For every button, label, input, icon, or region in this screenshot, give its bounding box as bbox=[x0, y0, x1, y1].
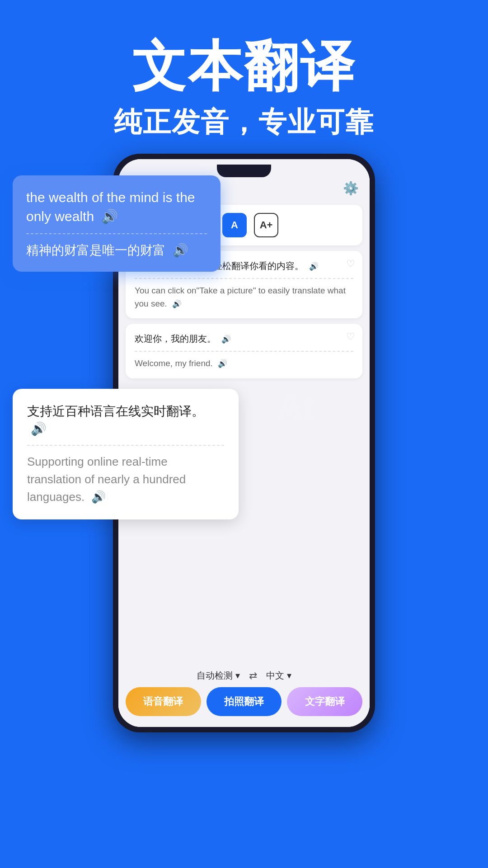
tooltip1-sound-icon[interactable]: 🔊 bbox=[101, 207, 118, 226]
text-translate-button[interactable]: 文字翻译 bbox=[287, 687, 362, 716]
tooltip1-translation-sound-icon[interactable]: 🔊 bbox=[173, 241, 188, 259]
card1-translation: You can click on"Take a picture" to easi… bbox=[135, 284, 353, 310]
lang-selector-row: 自动检测 ▾ ⇄ 中文 ▾ bbox=[126, 670, 362, 682]
floating-tooltip-1: the wealth of the mind is the only wealt… bbox=[13, 175, 221, 272]
floating-tooltip-2: 支持近百种语言在线实时翻译。 🔊 Supporting online real-… bbox=[13, 389, 239, 519]
main-subtitle: 纯正发音，专业可靠 bbox=[18, 103, 470, 141]
font-medium-button[interactable]: A bbox=[222, 213, 247, 237]
card2-translation: Welcome, my friend. 🔊 bbox=[135, 357, 353, 370]
phone-notch bbox=[217, 165, 271, 177]
sound-icon-2b[interactable]: 🔊 bbox=[218, 358, 227, 370]
action-buttons: 语音翻译 拍照翻译 文字翻译 bbox=[126, 687, 362, 716]
swap-icon[interactable]: ⇄ bbox=[249, 670, 257, 682]
sound-icon-1b[interactable]: 🔊 bbox=[172, 298, 182, 310]
tooltip2-source: 支持近百种语言在线实时翻译。 🔊 bbox=[27, 402, 224, 438]
tooltip2-translation-sound-icon[interactable]: 🔊 bbox=[91, 488, 106, 506]
card2-source: 欢迎你，我的朋友。 🔊 bbox=[135, 332, 353, 345]
heart-icon-2[interactable]: ♡ bbox=[346, 331, 355, 343]
tooltip2-translation: Supporting online real-time translation … bbox=[27, 453, 224, 506]
at-text-overlay: At bbox=[277, 386, 314, 428]
gear-icon[interactable]: ⚙️ bbox=[343, 181, 359, 196]
photo-translate-button[interactable]: 拍照翻译 bbox=[206, 687, 282, 716]
sound-icon-1[interactable]: 🔊 bbox=[309, 261, 319, 273]
heart-icon-1[interactable]: ♡ bbox=[346, 258, 355, 270]
tooltip1-source: the wealth of the mind is the only wealt… bbox=[26, 188, 207, 226]
lang-to-button[interactable]: 中文 ▾ bbox=[266, 670, 291, 682]
voice-translate-button[interactable]: 语音翻译 bbox=[126, 687, 201, 716]
main-title: 文本翻译 bbox=[18, 36, 470, 96]
font-large-button[interactable]: A+ bbox=[254, 213, 278, 237]
bottom-bar: 自动检测 ▾ ⇄ 中文 ▾ 语音翻译 拍照翻译 文字翻译 bbox=[118, 664, 370, 727]
lang-from-button[interactable]: 自动检测 ▾ bbox=[197, 670, 240, 682]
translation-card-2: ♡ 欢迎你，我的朋友。 🔊 Welcome, my friend. 🔊 bbox=[126, 324, 362, 378]
tooltip2-sound-icon[interactable]: 🔊 bbox=[31, 420, 47, 438]
tooltip1-translation: 精神的财富是唯一的财富 🔊 bbox=[26, 241, 207, 259]
header-section: 文本翻译 纯正发音，专业可靠 bbox=[0, 0, 488, 159]
sound-icon-2[interactable]: 🔊 bbox=[221, 334, 231, 345]
